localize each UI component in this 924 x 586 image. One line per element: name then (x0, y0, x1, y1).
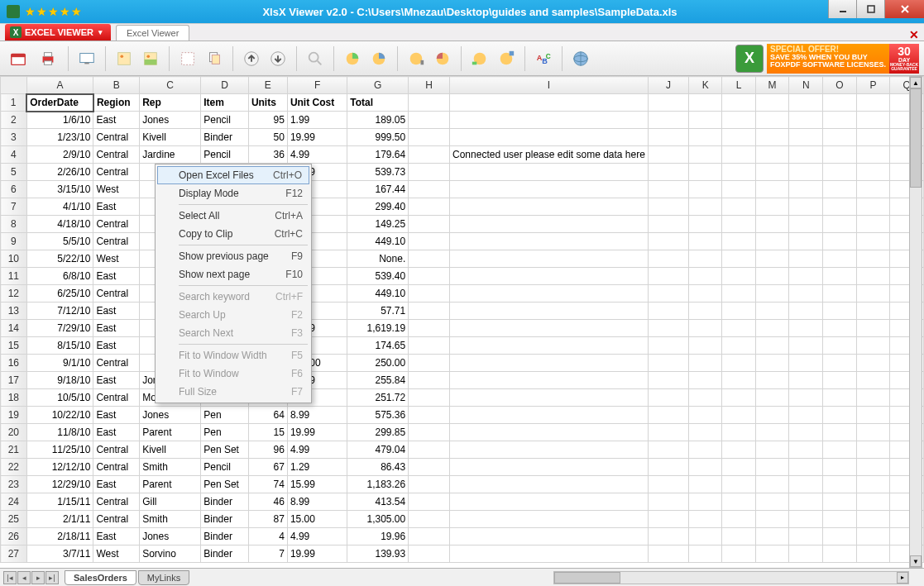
cell-A5[interactable]: 2/26/10 (26, 164, 93, 181)
scroll-right-icon[interactable]: ▸ (897, 572, 908, 584)
cell-G26[interactable]: 19.96 (347, 528, 409, 546)
row-header-21[interactable]: 21 (1, 441, 27, 459)
column-header-A[interactable]: A (26, 77, 93, 94)
cell-E27[interactable]: 7 (248, 546, 287, 563)
cell-K26[interactable] (689, 528, 722, 546)
cell-O5[interactable] (823, 164, 857, 181)
row-header-18[interactable]: 18 (1, 389, 27, 407)
cell-J3[interactable] (648, 129, 688, 146)
cell-I9[interactable] (450, 233, 649, 250)
cell-C3[interactable]: Kivell (140, 129, 201, 146)
menu-item-show-previous-page[interactable]: Show previous pageF9 (157, 247, 309, 265)
cell-J27[interactable] (648, 546, 688, 563)
row-header-15[interactable]: 15 (1, 337, 27, 355)
cell-K10[interactable] (689, 250, 722, 268)
brand-tab[interactable]: X EXCEL VIEWER ▾ (5, 24, 111, 40)
cell-H15[interactable] (409, 337, 450, 355)
cell-M12[interactable] (755, 285, 789, 303)
cell-M21[interactable] (755, 441, 789, 459)
cell-L17[interactable] (722, 372, 755, 389)
prev-sheet-button[interactable]: ◂ (17, 571, 31, 584)
chart5-button[interactable] (468, 47, 491, 70)
select-all-corner[interactable] (1, 77, 27, 94)
cell-G4[interactable]: 179.64 (347, 146, 409, 164)
cell-O12[interactable] (823, 285, 857, 303)
cell-F19[interactable]: 8.99 (287, 407, 347, 424)
cell-A10[interactable]: 5/22/10 (26, 250, 93, 268)
column-header-M[interactable]: M (755, 77, 789, 94)
row-header-9[interactable]: 9 (1, 233, 27, 250)
cell-H19[interactable] (409, 407, 450, 424)
cell-M18[interactable] (755, 389, 789, 407)
cell-N20[interactable] (789, 424, 823, 441)
cell-N11[interactable] (789, 268, 823, 285)
cell-H23[interactable] (409, 476, 450, 493)
cell-K16[interactable] (689, 355, 722, 372)
cell-J21[interactable] (648, 441, 688, 459)
cell-G20[interactable]: 299.85 (347, 424, 409, 441)
cell-J22[interactable] (648, 459, 688, 476)
row-header-25[interactable]: 25 (1, 511, 27, 528)
cell-D24[interactable]: Binder (201, 493, 249, 511)
cell-P26[interactable] (856, 528, 889, 546)
cell-J20[interactable] (648, 424, 688, 441)
cell-H11[interactable] (409, 268, 450, 285)
cell-N19[interactable] (789, 407, 823, 424)
cell-M5[interactable] (755, 164, 789, 181)
row-header-2[interactable]: 2 (1, 112, 27, 129)
cell-N13[interactable] (789, 303, 823, 320)
cell-L5[interactable] (722, 164, 755, 181)
cell-O22[interactable] (823, 459, 857, 476)
cell-F26[interactable]: 4.99 (287, 528, 347, 546)
search-button[interactable] (304, 47, 327, 70)
cell-P14[interactable] (856, 320, 889, 337)
cell-D26[interactable]: Binder (201, 528, 249, 546)
cell-N25[interactable] (789, 511, 823, 528)
cell-G5[interactable]: 539.73 (347, 164, 409, 181)
cell-A13[interactable]: 7/12/10 (26, 303, 93, 320)
cell-P21[interactable] (856, 441, 889, 459)
cell-N7[interactable] (789, 198, 823, 216)
row-header-23[interactable]: 23 (1, 476, 27, 493)
chart6-button[interactable] (495, 47, 518, 70)
cell-L21[interactable] (722, 441, 755, 459)
cell-H25[interactable] (409, 511, 450, 528)
cell-G10[interactable]: None. (347, 250, 409, 268)
cell-K23[interactable] (689, 476, 722, 493)
cell-G23[interactable]: 1,183.26 (347, 476, 409, 493)
cell-K3[interactable] (689, 129, 722, 146)
cell-E23[interactable]: 74 (248, 476, 287, 493)
cell-M9[interactable] (755, 233, 789, 250)
row-header-7[interactable]: 7 (1, 198, 27, 216)
menu-item-select-all[interactable]: Select AllCtrl+A (157, 207, 309, 225)
cell-L3[interactable] (722, 129, 755, 146)
cell-M25[interactable] (755, 511, 789, 528)
cell-E20[interactable]: 15 (248, 424, 287, 441)
cell-G21[interactable]: 479.04 (347, 441, 409, 459)
cell-K22[interactable] (689, 459, 722, 476)
cell-O15[interactable] (823, 337, 857, 355)
cell-F2[interactable]: 1.99 (287, 112, 347, 129)
cell-K27[interactable] (689, 546, 722, 563)
cell-O17[interactable] (823, 372, 857, 389)
cell-L24[interactable] (722, 493, 755, 511)
scroll-thumb[interactable] (554, 572, 620, 584)
cell-O4[interactable] (823, 146, 857, 164)
cell-A9[interactable]: 5/5/10 (26, 233, 93, 250)
cell-A15[interactable]: 8/15/10 (26, 337, 93, 355)
cell-P18[interactable] (856, 389, 889, 407)
cell-C26[interactable]: Jones (140, 528, 201, 546)
cell-P12[interactable] (856, 285, 889, 303)
cell-A11[interactable]: 6/8/10 (26, 268, 93, 285)
cell-N12[interactable] (789, 285, 823, 303)
cell-P27[interactable] (856, 546, 889, 563)
cell-G19[interactable]: 575.36 (347, 407, 409, 424)
cell-H12[interactable] (409, 285, 450, 303)
cell-P16[interactable] (856, 355, 889, 372)
cell-M22[interactable] (755, 459, 789, 476)
cell-C1[interactable]: Rep (140, 94, 201, 112)
cell-P19[interactable] (856, 407, 889, 424)
cell-J6[interactable] (648, 181, 688, 198)
cell-M13[interactable] (755, 303, 789, 320)
cell-O6[interactable] (823, 181, 857, 198)
